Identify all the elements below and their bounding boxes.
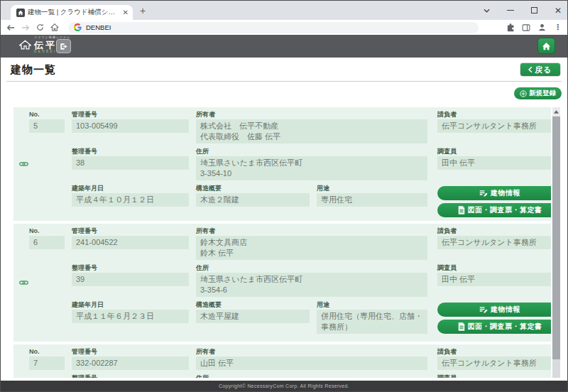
contractor-value: 伝平コンサルタント事務所: [437, 356, 551, 370]
chevron-left-icon: [528, 66, 532, 73]
surveyor-label: 調査員: [437, 374, 551, 378]
owner-label: 所有者: [196, 348, 427, 355]
surveyor-value: 田中 伝平: [437, 273, 551, 286]
tab-title: 建物一覧 | クラウド補償システム 伝...: [28, 8, 120, 17]
kanri-value: 241-004522: [72, 236, 189, 249]
owner-value: 鈴木文具商店 鈴木 伝平: [196, 236, 427, 260]
address-label: 住所: [196, 264, 427, 271]
contractor-value: 伝平コンサルタント事務所: [437, 236, 551, 249]
home-icon: [542, 42, 551, 50]
no-value: 6: [29, 236, 65, 249]
building-info-icon: [479, 190, 488, 197]
building-record: No. 6 管理番号 241-004522 所有者 鈴木文具商店 鈴木 伝平 請…: [13, 224, 551, 342]
minimize-button[interactable]: [507, 10, 514, 11]
browser-tab[interactable]: 建物一覧 | クラウド補償システム 伝... ✕: [11, 5, 133, 20]
address-bar[interactable]: DENBEI: [68, 22, 479, 33]
logout-button[interactable]: [56, 39, 71, 53]
seiri-label: 整理番号: [72, 264, 189, 271]
documents-button[interactable]: 図面・調査票・算定書: [437, 320, 551, 334]
tab-favicon-icon: [16, 9, 25, 17]
link-icon[interactable]: [19, 161, 29, 167]
url-text: DENBEI: [86, 23, 111, 31]
document-icon: [458, 206, 465, 214]
browser-window: 建物一覧 | クラウド補償システム 伝... ✕ + ✕ DENBEI ⋮: [0, 0, 568, 392]
built-label: 建築年月日: [72, 185, 189, 192]
kanri-label: 管理番号: [72, 111, 189, 118]
use-value: 専用住宅: [317, 193, 427, 207]
structure-value: 木造平屋建: [196, 310, 310, 323]
owner-label: 所有者: [196, 227, 427, 234]
built-label: 建築年月日: [72, 301, 189, 308]
browser-toolbar: DENBEI ⋮: [1, 20, 567, 35]
browser-titlebar: 建物一覧 | クラウド補償システム 伝... ✕ + ✕: [1, 1, 567, 20]
structure-label: 構造概要: [196, 185, 310, 192]
contractor-label: 請負者: [437, 348, 551, 355]
scrollbar-up-icon[interactable]: [552, 107, 560, 116]
use-label: 用途: [317, 185, 427, 192]
owner-value: 山田 伝平: [196, 356, 427, 370]
seiri-value: 39: [72, 273, 189, 286]
use-value: 併用住宅（専用住宅、店舗・事務所）: [317, 310, 427, 334]
document-icon: [458, 322, 465, 331]
maximize-button[interactable]: [531, 7, 537, 13]
page-content: 建物一覧 戻る 新規登録 No. 5 管理番号 103-005499 所有者 株…: [1, 58, 567, 381]
structure-value: 木造２階建: [196, 193, 310, 207]
building-list: No. 5 管理番号 103-005499 所有者 株式会社 伝平不動産 代表取…: [13, 107, 551, 378]
building-record: No. 7 管理番号 332-002287 所有者 山田 伝平 請負者 伝平コン…: [13, 344, 551, 378]
address-label: 住所: [196, 148, 427, 155]
app-header: クラウド補償システム 伝平 DENBEI: [1, 35, 567, 58]
reload-icon[interactable]: [36, 23, 44, 31]
browser-menu-icon[interactable]: ⋮: [554, 23, 562, 32]
home-nav-icon[interactable]: [50, 23, 59, 31]
building-info-button[interactable]: 建物情報: [437, 303, 551, 317]
no-label: No.: [29, 227, 65, 234]
building-info-icon: [479, 306, 488, 314]
owner-label: 所有者: [196, 111, 427, 118]
new-registration-button[interactable]: 新規登録: [514, 87, 562, 99]
new-tab-button[interactable]: +: [140, 6, 146, 16]
address-value: 埼玉県さいたま市西区伝平町 3-354-10: [196, 156, 427, 180]
structure-label: 構造概要: [196, 301, 310, 308]
back-button[interactable]: 戻る: [520, 62, 561, 77]
back-nav-icon[interactable]: [6, 24, 15, 31]
no-label: No.: [29, 111, 65, 118]
scrollbar-thumb[interactable]: [552, 116, 560, 359]
kanri-value: 103-005499: [72, 119, 189, 133]
contractor-value: 伝平コンサルタント事務所: [437, 119, 551, 133]
copyright-text: Copyright© NecessaryCom Corp. All Rights…: [219, 383, 349, 388]
extensions-icon[interactable]: [506, 23, 515, 32]
close-window-button[interactable]: ✕: [555, 6, 562, 16]
building-info-button[interactable]: 建物情報: [437, 186, 551, 200]
tab-close-icon[interactable]: ✕: [123, 9, 129, 16]
plus-circle-icon: [520, 90, 527, 97]
scrollbar-track[interactable]: [552, 116, 560, 378]
google-icon: [74, 23, 82, 31]
side-panel-icon[interactable]: [522, 23, 530, 32]
profile-avatar-icon[interactable]: [537, 23, 547, 32]
kanri-label: 管理番号: [72, 348, 189, 355]
built-value: 平成１１年６月２３日: [72, 310, 189, 323]
surveyor-label: 調査員: [437, 264, 551, 271]
seiri-value: 38: [72, 156, 189, 170]
no-value: 5: [29, 119, 65, 133]
built-value: 平成４年１０月１２日: [72, 193, 189, 207]
logo-house-icon: [19, 40, 31, 50]
logout-icon: [60, 43, 68, 50]
kanri-value: 332-002287: [72, 356, 189, 370]
contractor-label: 請負者: [437, 227, 551, 234]
address-label: 住所: [196, 374, 427, 378]
tab-search-icon[interactable]: [484, 9, 490, 13]
contractor-label: 請負者: [437, 111, 551, 118]
surveyor-label: 調査員: [437, 148, 551, 155]
seiri-label: 整理番号: [72, 148, 189, 155]
seiri-label: 整理番号: [72, 374, 189, 378]
forward-nav-icon[interactable]: [21, 24, 30, 31]
scrollbar[interactable]: [552, 107, 560, 378]
surveyor-value: 田中 伝平: [437, 156, 551, 170]
page-title: 建物一覧: [11, 63, 56, 77]
link-icon[interactable]: [19, 280, 29, 285]
app-home-button[interactable]: [537, 38, 555, 54]
no-value: 7: [29, 356, 65, 370]
owner-value: 株式会社 伝平不動産 代表取締役 佐藤 伝平: [196, 119, 427, 143]
documents-button[interactable]: 図面・調査票・算定書: [437, 203, 551, 217]
